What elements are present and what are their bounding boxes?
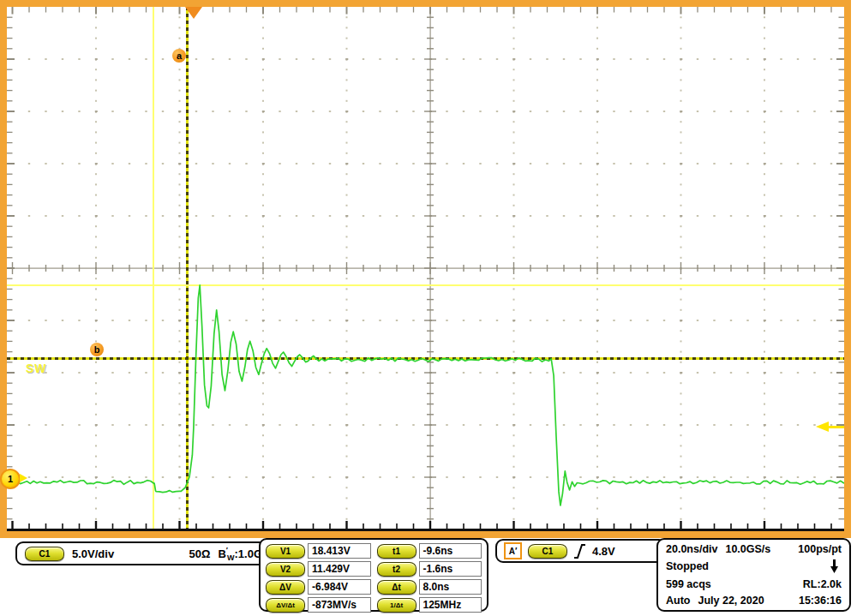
measurement-row-t1: t1 -9.6ns <box>377 543 482 559</box>
dv-value: -6.984V <box>308 579 371 595</box>
v1-badge: V1 <box>266 544 305 559</box>
measurement-row-dvdt: ΔV/Δt -873MV/s <box>266 597 371 613</box>
v2-value: 11.429V <box>308 561 371 577</box>
trigger-settings-box: A′ C1 4.8V <box>495 539 667 563</box>
acquisition-status-label: Stopped <box>666 560 709 572</box>
measurement-row-1dt: 1/Δt 125MHz <box>377 597 482 613</box>
one-over-dt-badge: 1/Δt <box>377 598 417 613</box>
graticule-border-top <box>0 0 851 7</box>
cursor-measurements-box: V1 18.413V t1 -9.6ns V2 11.429V t2 -1.6n… <box>259 538 488 612</box>
channel-scale-label: 5.0V/div <box>72 547 114 560</box>
record-length-label: RL:2.0k <box>803 578 842 590</box>
sw-net-label: SW <box>26 362 47 375</box>
channel-impedance-label: 50Ω <box>189 547 211 560</box>
trigger-a-badge[interactable]: A′ <box>504 542 522 559</box>
annotation-bubble-a: a <box>172 49 186 63</box>
measurement-row-dv: ΔV -6.984V <box>266 579 371 595</box>
measurement-row-v1: V1 18.413V <box>266 543 371 559</box>
graticule-border-right <box>844 0 851 538</box>
measurement-row-t2: t2 -1.6ns <box>377 561 482 577</box>
oscilloscope-screen: 1 a b SW C1 5.0V/div 50Ω B′W:1.0G V1 18.… <box>0 0 857 616</box>
acq-row-datetime: Auto July 22, 2020 15:36:16 <box>666 595 842 607</box>
sample-rate-label: 10.0GS/s <box>725 543 770 555</box>
date-label: July 22, 2020 <box>698 595 764 607</box>
acquisition-box: 20.0ns/div 10.0GS/s 100ps/pt Stopped 599… <box>656 538 851 612</box>
channel-settings-box: C1 5.0V/div 50Ω B′W:1.0G <box>15 541 274 565</box>
t1-badge: t1 <box>377 544 417 559</box>
trigger-level-label: 4.8V <box>592 545 615 558</box>
dt-badge: Δt <box>377 580 417 595</box>
acq-row-status: Stopped <box>666 559 842 573</box>
waveform-ch1 <box>7 285 844 505</box>
trigger-level-arrow[interactable] <box>816 422 844 432</box>
graticule-border-bottom <box>0 531 851 538</box>
trigger-position-marker[interactable] <box>185 7 202 19</box>
graticule-border-left <box>0 0 7 538</box>
left-arrow-icon <box>816 422 829 432</box>
channel1-arrow-icon <box>20 474 27 482</box>
t2-value: -1.6ns <box>419 561 482 577</box>
waveform-layer <box>0 0 857 539</box>
v1-value: 18.413V <box>308 543 371 559</box>
trigger-source-badge[interactable]: C1 <box>528 544 567 559</box>
arrow-tail <box>829 426 844 428</box>
measurement-row-v2: V2 11.429V <box>266 561 371 577</box>
dvdt-value: -873MV/s <box>308 597 371 613</box>
trigger-mode-label: Auto <box>666 595 690 607</box>
acq-row-acqs: 599 acqs RL:2.0k <box>666 578 842 590</box>
down-arrow-icon <box>830 559 838 573</box>
channel-bandwidth-label: B′W:1.0G <box>218 546 262 562</box>
dv-badge: ΔV <box>266 580 305 595</box>
dt-value: 8.0ns <box>419 579 482 595</box>
v2-badge: V2 <box>266 562 305 577</box>
channel1-number-badge[interactable]: 1 <box>0 469 21 489</box>
channel-c1-badge[interactable]: C1 <box>25 547 64 561</box>
annotation-bubble-b: b <box>90 343 104 356</box>
rising-edge-icon <box>573 543 586 559</box>
one-over-dt-value: 125MHz <box>419 597 482 613</box>
resolution-label: 100ps/pt <box>798 543 842 555</box>
t1-value: -9.6ns <box>419 543 482 559</box>
channel1-reference-marker[interactable]: 1 <box>0 469 29 487</box>
measurement-row-dt: Δt 8.0ns <box>377 579 482 595</box>
dvdt-badge: ΔV/Δt <box>266 598 305 613</box>
acquisitions-count-label: 599 acqs <box>666 578 711 590</box>
acq-row-timebase: 20.0ns/div 10.0GS/s 100ps/pt <box>666 543 842 555</box>
timebase-label: 20.0ns/div <box>666 543 717 555</box>
t2-badge: t2 <box>377 562 417 577</box>
time-label: 15:36:16 <box>799 595 842 607</box>
